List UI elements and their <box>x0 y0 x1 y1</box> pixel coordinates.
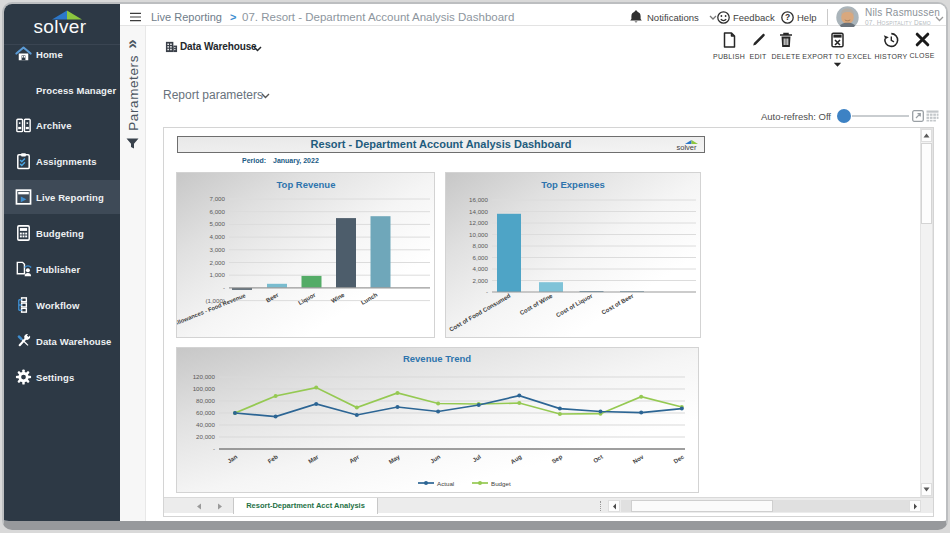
svg-text:80,000: 80,000 <box>196 397 215 404</box>
svg-text:8,000: 8,000 <box>473 242 489 249</box>
svg-text:Mar: Mar <box>307 453 320 464</box>
svg-text:Aug: Aug <box>510 453 523 465</box>
svg-text:4,000: 4,000 <box>210 233 226 240</box>
svg-text:60,000: 60,000 <box>196 409 215 416</box>
svg-text:Apr: Apr <box>348 453 360 464</box>
svg-text:120,000: 120,000 <box>193 373 216 380</box>
svg-text:10,000: 10,000 <box>469 231 488 238</box>
svg-text:?: ? <box>785 12 790 22</box>
svg-text:Wine: Wine <box>330 291 346 304</box>
svg-text:5,000: 5,000 <box>210 220 226 227</box>
svg-text:100,000: 100,000 <box>193 385 216 392</box>
svg-text:Lunch: Lunch <box>360 292 379 306</box>
svg-text:2,000: 2,000 <box>210 259 226 266</box>
svg-text:Oct: Oct <box>592 454 604 464</box>
svg-text:40,000: 40,000 <box>196 421 215 428</box>
svg-text:Jun: Jun <box>429 453 441 464</box>
svg-text:20,000: 20,000 <box>196 433 215 440</box>
svg-text:Liquor: Liquor <box>297 291 317 306</box>
svg-text:Revenue Trend: Revenue Trend <box>403 353 471 364</box>
svg-text:Beer: Beer <box>265 291 280 303</box>
svg-text:3,000: 3,000 <box>210 246 226 253</box>
svg-text:Top Revenue: Top Revenue <box>277 179 336 190</box>
svg-text:Budget: Budget <box>491 480 511 487</box>
svg-text:solver: solver <box>676 143 697 152</box>
svg-text:7,000: 7,000 <box>210 195 226 202</box>
svg-text:Feb: Feb <box>267 453 279 464</box>
svg-text:Cost of Wine: Cost of Wine <box>519 292 554 316</box>
svg-text:Cost of Beer: Cost of Beer <box>601 292 635 315</box>
svg-text:May: May <box>388 453 402 465</box>
svg-text:1,000: 1,000 <box>210 271 226 278</box>
svg-text:16,000: 16,000 <box>469 196 488 203</box>
svg-text:-: - <box>223 284 225 291</box>
svg-text:Sep: Sep <box>551 454 564 465</box>
svg-text:Jul: Jul <box>472 453 483 463</box>
svg-text:Dec: Dec <box>673 453 686 464</box>
svg-text:6,000: 6,000 <box>210 208 226 215</box>
svg-text:Top Expenses: Top Expenses <box>541 179 605 190</box>
svg-text:-: - <box>213 445 215 452</box>
svg-text:6,000: 6,000 <box>473 254 489 261</box>
svg-text:Cost of Food Consumed: Cost of Food Consumed <box>448 293 512 333</box>
svg-text:Cost of Liquor: Cost of Liquor <box>555 292 594 318</box>
svg-text:14,000: 14,000 <box>469 208 488 215</box>
svg-text:Jan: Jan <box>226 453 238 464</box>
svg-text:12,000: 12,000 <box>469 219 488 226</box>
svg-text:Nov: Nov <box>632 453 645 465</box>
svg-text:Actual: Actual <box>437 480 454 487</box>
svg-text:4,000: 4,000 <box>473 265 489 272</box>
svg-text:2,000: 2,000 <box>473 277 489 284</box>
svg-text:solver: solver <box>33 16 86 37</box>
svg-text:-: - <box>486 288 488 295</box>
